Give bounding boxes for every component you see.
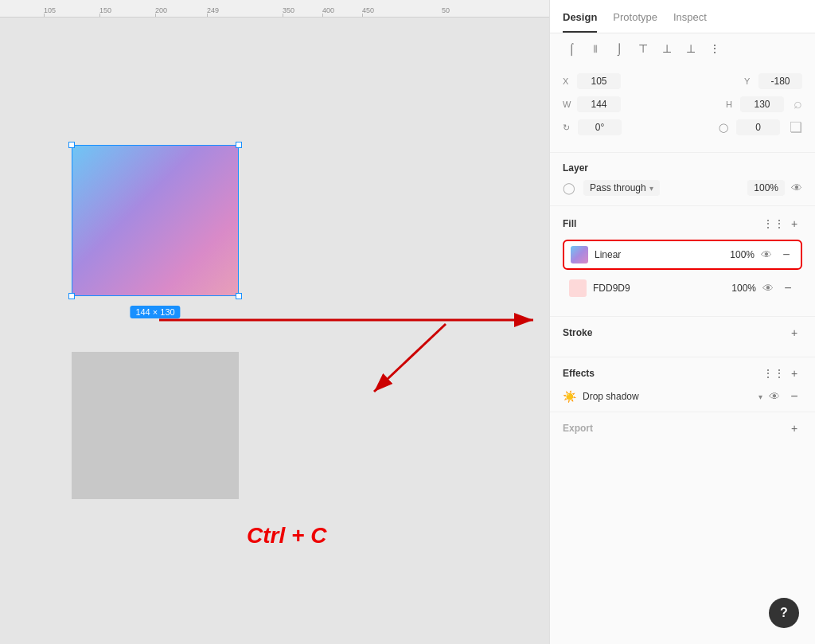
selection-border [72,145,239,296]
ruler-mark-350: 350 [283,6,294,14]
rotation-icon: ↻ [563,123,570,133]
gradient-rect [72,145,239,296]
effects-title: Effects [563,368,761,379]
blend-mode-selector[interactable]: Pass through ▾ [583,180,660,196]
ruler-mark-249: 249 [207,6,219,14]
align-center-h-icon[interactable]: ⊥ [658,40,676,57]
layer-section: Layer ◯ Pass through ▾ 100% 👁 [550,153,815,206]
blend-mode-value: Pass through [590,182,646,193]
ruler-mark-150: 150 [99,6,111,14]
fill-remove-solid[interactable]: − [780,281,796,295]
gray-rect[interactable] [72,352,239,499]
effect-sun-icon: ☀️ [563,390,576,403]
handle-top-left[interactable] [68,142,75,148]
panel-tabs: Design Prototype Inspect [550,0,815,33]
fill-title: Fill [563,218,761,229]
stroke-section: Stroke + [550,317,815,357]
handle-bottom-right[interactable] [236,293,242,299]
fill-eye-solid[interactable]: 👁 [762,282,774,295]
tab-prototype[interactable]: Prototype [613,11,657,33]
help-button[interactable]: ? [769,598,799,628]
effects-section: Effects ⋮⋮ + ☀️ Drop shadow ▾ 👁 − [550,357,815,412]
effects-header: Effects ⋮⋮ + [563,365,802,381]
svg-line-3 [374,324,446,392]
fill-eye-linear[interactable]: 👁 [761,248,772,261]
right-panel: Design Prototype Inspect ⌠ ⫴ ⌡ ⊤ ⊥ ⊥ ⋮ X… [549,0,815,644]
w-value[interactable]: 144 [577,96,621,112]
y-value[interactable]: -180 [758,73,802,89]
handle-bottom-left[interactable] [68,293,75,299]
fill-section: Fill ⋮⋮ + Linear 100% 👁 − FDD9D9 100% 👁 … [550,206,815,317]
x-value[interactable]: 105 [577,73,621,89]
ruler-mark-50: 50 [442,6,450,14]
stroke-header: Stroke + [563,325,802,341]
xy-row: X 105 Y -180 [563,73,802,89]
export-add-icon[interactable]: + [786,420,802,436]
export-title: Export [563,423,782,434]
align-top-icon[interactable]: ⊤ [634,40,652,57]
expand-corners-icon[interactable]: ❏ [790,119,802,136]
layer-opacity[interactable]: 100% [747,180,785,196]
align-left-icon[interactable]: ⌠ [563,40,580,57]
handle-top-right[interactable] [236,142,242,148]
corner-value[interactable]: 0 [736,119,780,135]
stroke-add-icon[interactable]: + [786,325,802,341]
layer-eye-icon[interactable]: 👁 [791,181,802,194]
ruler-mark-450: 450 [362,6,374,14]
y-label: Y [744,76,754,86]
ctrl-c-label: Ctrl + C [247,523,326,548]
x-label: X [563,76,572,86]
properties-section: X 105 Y -180 W 144 H 130 ⌕ ↻ 0° ◯ 0 ❏ [550,64,815,153]
ruler-mark-400: 400 [322,6,334,14]
ruler: 105 150 200 249 350 400 450 50 [0,0,549,18]
distribute-icon[interactable]: ⋮ [706,40,723,57]
fill-opacity-solid[interactable]: 100% [731,283,756,294]
align-center-v-icon[interactable]: ⫴ [587,40,604,57]
rotation-row: ↻ 0° ◯ 0 ❏ [563,119,802,136]
constrain-icon[interactable]: ⌕ [794,96,802,112]
fill-item-solid[interactable]: FDD9D9 100% 👁 − [563,275,802,302]
size-label: 144 × 130 [130,306,180,318]
h-label: H [726,100,735,109]
layer-circle-icon: ◯ [563,181,575,194]
corner-icon: ◯ [719,123,728,133]
chevron-blend-icon: ▾ [649,184,653,193]
canvas-area: 105 150 200 249 350 400 450 50 [0,0,549,644]
align-row: ⌠ ⫴ ⌡ ⊤ ⊥ ⊥ ⋮ [550,33,815,64]
rotation-value[interactable]: 0° [578,119,622,135]
effects-add-icon[interactable]: + [786,365,802,381]
fill-grid-icon[interactable]: ⋮⋮ [766,216,782,232]
effect-remove-icon[interactable]: − [786,389,802,404]
effect-chevron-icon[interactable]: ▾ [758,392,762,401]
stroke-title: Stroke [563,327,782,338]
fill-remove-linear[interactable]: − [778,248,794,262]
fill-type-linear: Linear [595,249,723,260]
fill-opacity-linear[interactable]: 100% [730,249,755,260]
tab-design[interactable]: Design [563,11,597,33]
fill-add-icon[interactable]: + [786,216,802,232]
layer-title: Layer [563,162,802,174]
canvas-content: 144 × 130 Ctrl + C [0,18,549,644]
solid-swatch[interactable] [569,279,587,297]
ruler-mark-105: 105 [44,6,56,14]
ruler-mark-200: 200 [155,6,167,14]
wh-row: W 144 H 130 ⌕ [563,96,802,112]
linear-swatch[interactable] [571,246,588,263]
effect-eye-icon[interactable]: 👁 [769,390,780,403]
effect-row: ☀️ Drop shadow ▾ 👁 − [563,389,802,404]
h-value[interactable]: 130 [740,96,784,112]
effect-name[interactable]: Drop shadow [583,391,752,402]
align-right-icon[interactable]: ⌡ [610,40,628,57]
fill-header: Fill ⋮⋮ + [563,216,802,232]
effects-grid-icon[interactable]: ⋮⋮ [766,365,782,381]
export-section: Export + [550,412,815,460]
layer-row: ◯ Pass through ▾ 100% 👁 [563,180,802,196]
selected-shape[interactable]: 144 × 130 [72,145,239,296]
fill-item-linear[interactable]: Linear 100% 👁 − [563,240,802,270]
w-label: W [563,100,572,109]
tab-inspect[interactable]: Inspect [673,11,707,33]
align-bottom-icon[interactable]: ⊥ [682,40,700,57]
fill-type-solid: FDD9D9 [593,283,725,294]
